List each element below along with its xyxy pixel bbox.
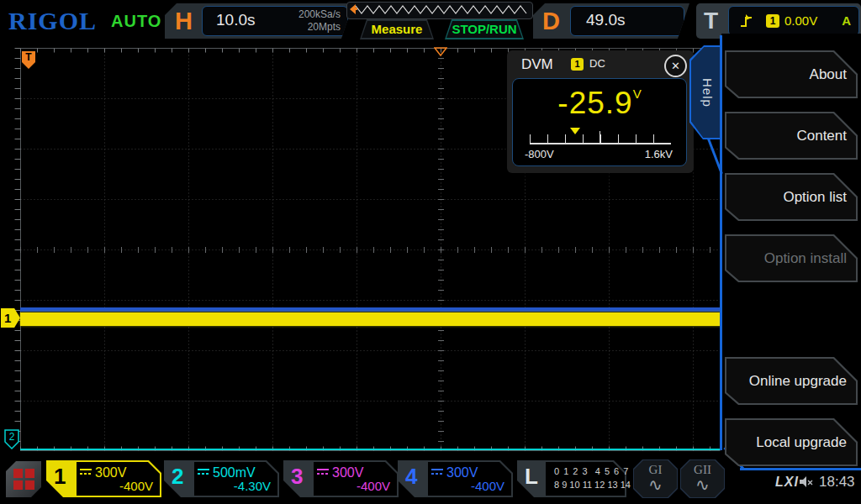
menu-item-label: Option install [725, 234, 858, 282]
channel-number: 2 [172, 464, 183, 490]
horizontal-settings-block[interactable]: H 10.0s 200kSa/s 20Mpts [165, 3, 353, 39]
channel-number: 1 [54, 464, 66, 490]
lxi-status-label: LXI [775, 475, 799, 490]
svg-text:2: 2 [9, 431, 15, 443]
menu-item-label: About [725, 50, 858, 98]
channel1-status-block[interactable]: 1 300V -400V [46, 460, 161, 497]
dvm-mode-label: DC [589, 57, 605, 70]
trigger-source-badge: 1 [766, 14, 779, 28]
logic-analyzer-block[interactable]: L 0 1 2 3 4 5 6 7 8 9 10 11 12 13 14 15 [517, 460, 626, 497]
dc-coupling-icon [198, 469, 209, 475]
sine-icon: ∿ [680, 475, 725, 495]
menu-grid-icon [25, 469, 34, 478]
rigol-logo: RIGOL [8, 7, 97, 35]
menu-item-label: Local upgrade [725, 418, 858, 466]
trigger-edge-icon [739, 13, 754, 29]
menu-item-option-install[interactable]: Option install [725, 234, 858, 282]
dvm-scale-center-tick [600, 131, 600, 143]
clock: 18:43 [819, 474, 855, 491]
channel3-status-block[interactable]: 3 300V -400V [283, 460, 399, 497]
dvm-scale-bar [530, 134, 671, 144]
menu-grid-button[interactable] [6, 461, 41, 497]
channel4-trace [20, 307, 721, 312]
delay-block[interactable]: D 49.0s [533, 3, 689, 39]
delay-label: D [542, 3, 560, 39]
menu-item-option-list[interactable]: Option list [725, 173, 858, 221]
generator1-button[interactable]: GI ∿ [633, 459, 678, 498]
digital-channels-row1: 0 1 2 3 4 5 6 7 [554, 466, 629, 476]
menu-item-label: Option list [725, 173, 858, 221]
generator2-button[interactable]: GII ∿ [680, 459, 725, 498]
dvm-readout-box: -25.9V -800V 1.6kV [512, 78, 687, 166]
menu-grid-icon [13, 469, 23, 478]
stop-run-button-label: STOP/RUN [445, 19, 524, 39]
timebase-value: 10.0s [216, 11, 255, 29]
channel1-trace [20, 312, 721, 326]
menu-grid-icon [25, 480, 34, 490]
logic-label: L [525, 464, 538, 490]
dvm-value-number: -25.9 [557, 86, 632, 120]
sine-icon: ∿ [633, 475, 678, 495]
channel4-status-block[interactable]: 4 300V -400V [398, 460, 513, 497]
menu-item-online-upgrade[interactable]: Online upgrade [725, 357, 858, 405]
sample-rate: 200kSa/s [298, 8, 341, 21]
channel-offset: -400V [471, 479, 504, 493]
dvm-panel: DVM 1 DC ✕ -25.9V -800V 1.6kV [507, 50, 694, 173]
dvm-title: DVM [521, 56, 553, 73]
menu-item-label: Content [725, 112, 858, 160]
memory-depth: 20Mpts [298, 21, 341, 34]
dvm-value: -25.9V [513, 86, 686, 121]
trigger-sweep-mode: A [842, 13, 851, 28]
channel2-status-block[interactable]: 2 500mV -4.30V [164, 460, 279, 497]
channel2-trace [20, 449, 720, 450]
sample-rate-memdepth: 200kSa/s 20Mpts [298, 8, 341, 34]
digital-channels-row2: 8 9 10 11 12 13 14 15 [554, 480, 643, 490]
channel-number: 4 [405, 464, 417, 490]
help-tab-label: Help [698, 45, 715, 139]
trigger-level-value: 0.00V [784, 13, 817, 28]
channel-offset: -400V [119, 479, 153, 493]
delay-value: 49.0s [586, 11, 625, 29]
dc-coupling-icon [80, 469, 92, 475]
measure-button[interactable]: Measure [360, 19, 434, 39]
trigger-inner-box: 1 0.00V A [728, 6, 859, 36]
dvm-scale-pointer [570, 128, 580, 134]
dvm-value-unit: V [633, 87, 642, 101]
dvm-channel-badge: 1 [571, 58, 584, 71]
trigger-label: T [704, 3, 718, 39]
trigger-position-marker[interactable] [434, 47, 447, 57]
channel-number: 3 [291, 464, 303, 490]
channel-offset: -400V [357, 479, 390, 493]
menu-item-about[interactable]: About [725, 50, 858, 98]
dc-coupling-icon [317, 469, 329, 475]
measure-button-label: Measure [360, 19, 434, 39]
horizontal-inner-box: 10.0s 200kSa/s 20Mpts [202, 6, 348, 36]
stop-run-button[interactable]: STOP/RUN [445, 19, 524, 39]
close-icon[interactable]: ✕ [664, 55, 687, 77]
dvm-scale-min: -800V [525, 148, 554, 160]
tab-help[interactable]: Help [689, 45, 721, 139]
oscilloscope-screen: RIGOL AUTO H 10.0s 200kSa/s 20Mpts Measu… [0, 0, 861, 504]
dc-coupling-icon [431, 469, 443, 475]
channel-offset: -4.30V [234, 479, 271, 493]
menu-border-bottom [740, 468, 861, 470]
zigzag-waveform-icon [347, 3, 531, 17]
channel2-level-marker[interactable]: 2 [4, 429, 21, 451]
menu-grid-icon [13, 480, 23, 490]
menu-item-local-upgrade[interactable]: Local upgrade [725, 418, 858, 466]
menu-item-label: Online upgrade [725, 357, 858, 405]
dvm-scale-max: 1.6kV [645, 148, 673, 160]
speaker-muted-icon[interactable] [799, 475, 814, 489]
waveform-overview-strip[interactable] [346, 2, 533, 19]
menu-item-content[interactable]: Content [725, 112, 858, 160]
acquisition-mode-label: AUTO [111, 12, 161, 31]
delay-inner-box: 49.0s [570, 6, 684, 36]
horizontal-label: H [175, 3, 193, 39]
